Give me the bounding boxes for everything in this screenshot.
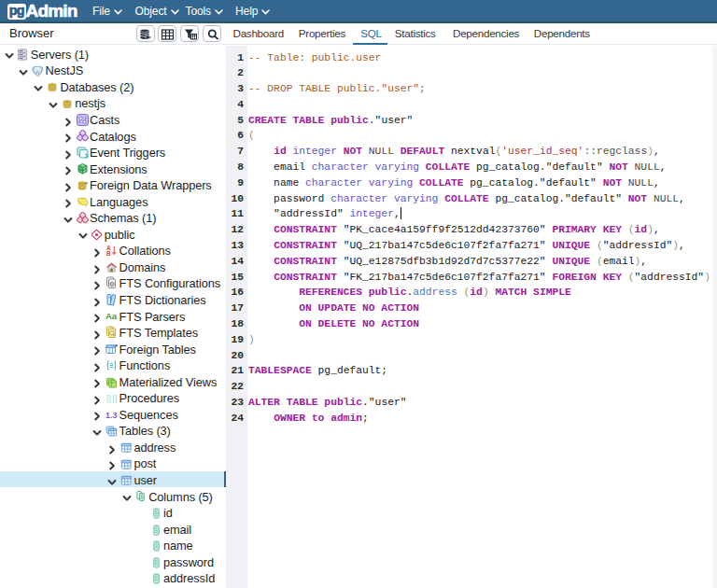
svg-text:Aa: Aa xyxy=(105,311,118,321)
svg-text:B: B xyxy=(106,250,111,257)
svg-text:1.3: 1.3 xyxy=(105,410,118,419)
svg-text:{()}: {()} xyxy=(106,394,119,404)
